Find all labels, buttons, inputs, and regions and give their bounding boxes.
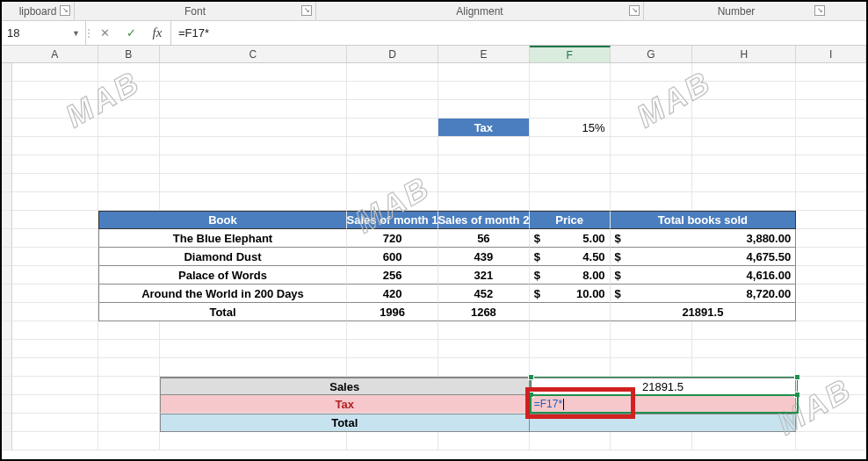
ribbon-group-number: Number [644,5,828,18]
th-book[interactable]: Book [98,211,347,229]
summary-total-row: Total [2,414,866,432]
summary-total-label[interactable]: Total [160,414,530,432]
col-header-D[interactable]: D [347,46,438,62]
inline-formula-edit[interactable]: =F17* [534,398,564,410]
table-row: The Blue Elephant 720 56 $5.00 $3,880.00 [2,229,866,248]
name-box-value: 18 [7,26,69,40]
table-row: Diamond Dust 600 439 $4.50 $4,675.50 [2,248,866,266]
formula-bar-input[interactable]: =F17* [171,21,866,45]
col-header-C[interactable]: C [160,46,348,62]
clipboard-dialog-launcher-icon[interactable]: ↘ [60,5,70,16]
ribbon-group-alignment: Alignment [316,5,643,18]
col-header-F[interactable]: F [530,46,611,62]
alignment-dialog-launcher-icon[interactable]: ↘ [629,5,640,16]
tax-rate-cell[interactable]: 15% [530,119,611,137]
col-header-G[interactable]: G [611,46,693,62]
col-header-H[interactable]: H [692,46,796,62]
select-all-corner[interactable] [2,46,12,62]
col-header-I[interactable]: I [796,46,866,62]
ribbon-group-font: Font [75,5,315,18]
name-box-dropdown-icon[interactable]: ▼ [72,29,80,38]
spreadsheet-grid[interactable]: Tax 15% Book Sales of month 1 Sales of m… [2,63,866,450]
column-headers: A B C D E F G H I [2,46,866,63]
number-dialog-launcher-icon[interactable]: ↘ [814,5,825,16]
insert-function-icon[interactable]: fx [149,25,165,41]
excel-window: lipboard ↘ Font ↘ Alignment ↘ Number ↘ 1… [0,0,868,461]
summary-tax-label[interactable]: Tax [160,395,530,414]
table-total-row: Total 1996 1268 21891.5 [2,303,866,321]
summary-total-value[interactable] [530,414,796,432]
enter-icon[interactable] [123,25,139,41]
col-header-A[interactable]: A [12,46,98,62]
formula-bar-row: 18 ▼ fx =F17* [2,21,866,46]
ribbon-group-labels: lipboard ↘ Font ↘ Alignment ↘ Number ↘ [2,2,866,21]
summary-sales-label[interactable]: Sales [160,377,530,395]
th-total[interactable]: Total books sold [611,211,797,229]
summary-sales-value[interactable]: 21891.5 [530,377,796,395]
table-row: Palace of Words 256 321 $8.00 $4,616.00 [2,266,866,285]
formula-bar-text: =F17* [178,26,209,40]
th-price[interactable]: Price [530,211,611,229]
col-header-B[interactable]: B [98,46,160,62]
summary-tax-row: Tax =F17* [2,395,866,414]
name-box[interactable]: 18 ▼ [2,21,86,45]
summary-sales-row: Sales 21891.5 [2,377,866,395]
summary-tax-value[interactable]: =F17* [530,395,796,414]
cancel-icon[interactable] [97,25,112,41]
tax-label-cell[interactable]: Tax [438,119,530,137]
th-m1[interactable]: Sales of month 1 [347,211,438,229]
th-m2[interactable]: Sales of month 2 [438,211,530,229]
formula-bar-buttons: fx [91,21,171,45]
col-header-E[interactable]: E [438,46,530,62]
table-row: Around the World in 200 Days 420 452 $10… [2,285,866,303]
font-dialog-launcher-icon[interactable]: ↘ [301,5,312,16]
